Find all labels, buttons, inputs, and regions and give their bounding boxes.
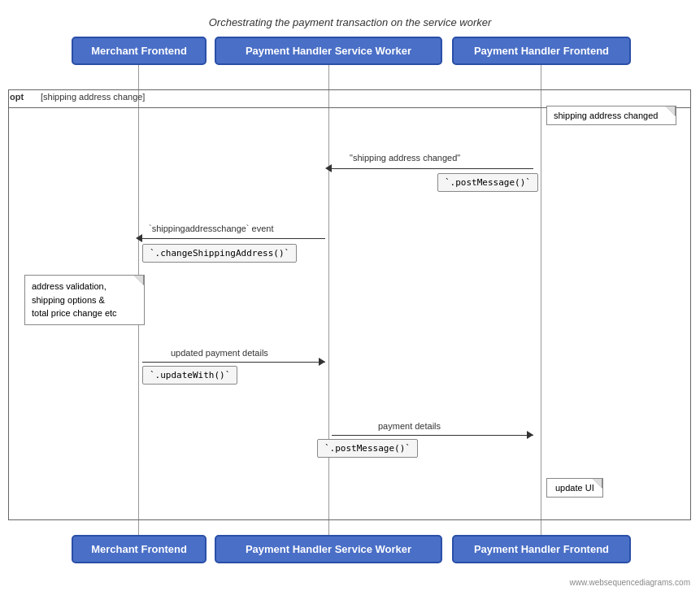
arrow-label-updated-payment: updated payment details [171, 348, 268, 358]
arrow-shipping-changed-line [332, 168, 533, 169]
method-updatewith: `.updateWith()` [142, 366, 237, 385]
actor-sw-footer: Payment Handler Service Worker [215, 535, 442, 563]
actor-merchant-footer: Merchant Frontend [72, 535, 207, 563]
method-changeshippingaddress: `.changeShippingAddress()` [142, 244, 297, 263]
arrow-label-shippingaddresschange: `shippingaddresschange` event [149, 224, 274, 233]
opt-label: opt [10, 92, 24, 102]
arrow-label-payment-details: payment details [378, 421, 441, 431]
actor-merchant-header: Merchant Frontend [72, 37, 207, 65]
opt-condition: [shipping address change] [41, 92, 145, 102]
note-shipping-changed: shipping address changed [546, 106, 676, 125]
method-postmessage-1: `.postMessage()` [437, 173, 538, 192]
arrow-updated-payment-line [142, 362, 325, 363]
arrow-payment-details-head [527, 431, 533, 439]
actor-sw-header: Payment Handler Service Worker [215, 37, 442, 65]
arrow-shippingaddresschange-line [142, 238, 325, 239]
arrow-payment-details-line [332, 435, 533, 436]
arrow-updated-payment-head [319, 358, 325, 366]
arrow-shippingaddresschange-head [136, 234, 142, 242]
arrow-shipping-changed-head [325, 164, 332, 172]
diagram-container: Orchestrating the payment transaction on… [0, 0, 700, 591]
actor-phf-header: Payment Handler Frontend [452, 37, 631, 65]
note-update-ui: update UI [546, 478, 603, 498]
diagram-title: Orchestrating the payment transaction on… [0, 7, 700, 35]
arrow-label-shipping-changed: "shipping address changed" [350, 153, 460, 163]
method-postmessage-2: `.postMessage()` [317, 439, 418, 458]
note-address-validation: address validation,shipping options &tot… [24, 275, 145, 325]
watermark: www.websequencediagrams.com [570, 578, 690, 587]
actor-phf-footer: Payment Handler Frontend [452, 535, 631, 563]
